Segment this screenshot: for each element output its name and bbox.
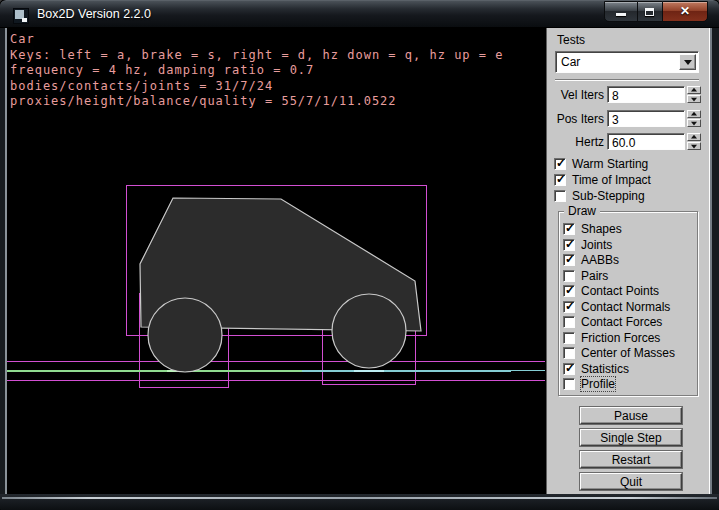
chevron-down-icon — [684, 60, 692, 65]
checkbox-friction-forces[interactable]: Friction Forces — [563, 331, 660, 345]
hud-line: Car — [10, 32, 503, 48]
arrow-up-icon — [691, 88, 697, 92]
checkbox-center-of-masses[interactable]: Center of Masses — [563, 346, 675, 360]
hud-line: Keys: left = a, brake = s, right = d, hz… — [10, 48, 503, 64]
checkbox-box[interactable] — [563, 301, 575, 313]
checkbox-sub-stepping[interactable]: Sub-Stepping — [554, 189, 645, 203]
checkbox-box[interactable] — [554, 158, 566, 170]
arrow-down-icon — [691, 145, 697, 149]
single-step-button[interactable]: Single Step — [580, 429, 682, 446]
hud-line: bodies/contacts/joints = 31/7/24 — [10, 79, 503, 95]
maximize-icon — [645, 8, 654, 16]
window-border-left — [0, 28, 7, 494]
maximize-button[interactable] — [638, 1, 662, 22]
vel-iters-input[interactable]: 8 — [607, 86, 685, 103]
spinner-up-button[interactable] — [687, 133, 701, 141]
checkbox-contact-normals[interactable]: Contact Normals — [563, 300, 670, 314]
vel-iters-stepper — [687, 86, 701, 103]
pause-button[interactable]: Pause — [580, 407, 682, 424]
checkbox-box[interactable] — [563, 363, 575, 375]
checkbox-box[interactable] — [563, 332, 575, 344]
checkbox-joints[interactable]: Joints — [563, 238, 612, 252]
checkbox-label: Joints — [581, 238, 612, 252]
debug-statistics-text: CarKeys: left = a, brake = s, right = d,… — [10, 32, 503, 110]
hud-line: proxies/height/balance/quality = 55/7/1/… — [10, 94, 503, 110]
checkbox-contact-forces[interactable]: Contact Forces — [563, 315, 662, 329]
close-icon — [663, 4, 707, 18]
spinner-down-button[interactable] — [687, 142, 701, 150]
tests-dropdown[interactable]: Car — [555, 51, 699, 73]
car-bodies — [140, 198, 421, 372]
hertz-stepper — [687, 133, 701, 150]
checkbox-contact-points[interactable]: Contact Points — [563, 284, 659, 298]
arrow-up-icon — [691, 112, 697, 116]
minimize-button[interactable] — [604, 1, 638, 22]
minimize-icon — [616, 13, 626, 16]
checkbox-pairs[interactable]: Pairs — [563, 269, 608, 283]
checkbox-box[interactable] — [563, 239, 575, 251]
dropdown-arrow-button[interactable] — [679, 54, 696, 70]
checkbox-label: Contact Normals — [581, 300, 670, 314]
checkbox-label: Shapes — [581, 222, 622, 236]
checkbox-label: Pairs — [581, 269, 608, 283]
checkbox-box[interactable] — [554, 190, 566, 202]
restart-button[interactable]: Restart — [580, 451, 682, 468]
checkbox-label: Sub-Stepping — [572, 189, 645, 203]
checkbox-warm-starting[interactable]: Warm Starting — [554, 157, 648, 171]
spinner-down-button[interactable] — [687, 95, 701, 103]
checkbox-box[interactable] — [563, 378, 575, 390]
checkbox-label: Profile — [581, 377, 615, 391]
spinner-down-button[interactable] — [687, 119, 701, 127]
checkbox-time-of-impact[interactable]: Time of Impact — [554, 173, 651, 187]
hud-line: frequency = 4 hz, damping ratio = 0.7 — [10, 63, 503, 79]
app-icon — [13, 8, 29, 24]
spinner-up-button[interactable] — [687, 110, 701, 118]
pos-iters-stepper — [687, 110, 701, 127]
arrow-down-icon — [691, 98, 697, 102]
pos-iters-row: Pos Iters 3 — [547, 110, 711, 127]
checkbox-box[interactable] — [563, 316, 575, 328]
checkbox-label: Warm Starting — [572, 157, 648, 171]
checkbox-box[interactable] — [563, 270, 575, 282]
checkbox-label: Contact Points — [581, 284, 659, 298]
checkbox-label: Center of Masses — [581, 346, 675, 360]
spinner-up-button[interactable] — [687, 86, 701, 94]
quit-button[interactable]: Quit — [580, 473, 682, 490]
window-border-bottom — [0, 494, 719, 510]
window-title: Box2D Version 2.2.0 — [37, 7, 151, 21]
window-border-right — [710, 28, 719, 494]
caption-buttons — [604, 1, 708, 22]
checkbox-box[interactable] — [563, 285, 575, 297]
tests-dropdown-value: Car — [561, 55, 580, 69]
pos-iters-input[interactable]: 3 — [607, 110, 685, 127]
checkbox-label: Time of Impact — [572, 173, 651, 187]
control-panel: Tests Car Vel Iters 8 Pos Iters 3 Hertz … — [546, 28, 710, 494]
checkbox-label: Friction Forces — [581, 331, 660, 345]
draw-group-title: Draw — [564, 204, 600, 218]
checkbox-label: Statistics — [581, 362, 629, 376]
titlebar[interactable]: Box2D Version 2.2.0 — [0, 0, 719, 28]
checkbox-statistics[interactable]: Statistics — [563, 362, 629, 376]
checkbox-box[interactable] — [563, 254, 575, 266]
box2d-testbed-window: Box2D Version 2.2.0 — [0, 0, 719, 510]
vel-iters-label: Vel Iters — [547, 88, 604, 102]
hertz-input[interactable]: 60.0 — [607, 133, 685, 150]
hertz-label: Hertz — [547, 135, 604, 149]
separator — [555, 79, 699, 81]
vel-iters-row: Vel Iters 8 — [547, 86, 711, 103]
tests-label: Tests — [557, 33, 585, 47]
simulation-canvas[interactable]: CarKeys: left = a, brake = s, right = d,… — [7, 28, 546, 494]
checkbox-box[interactable] — [563, 223, 575, 235]
checkbox-shapes[interactable]: Shapes — [563, 222, 622, 236]
checkbox-aabbs[interactable]: AABBs — [563, 253, 619, 267]
checkbox-label: AABBs — [581, 253, 619, 267]
checkbox-profile[interactable]: Profile — [563, 377, 615, 391]
arrow-up-icon — [691, 135, 697, 139]
hertz-row: Hertz 60.0 — [547, 133, 711, 150]
checkbox-label: Contact Forces — [581, 315, 662, 329]
checkbox-box[interactable] — [554, 174, 566, 186]
close-button[interactable] — [662, 1, 708, 22]
checkbox-box[interactable] — [563, 347, 575, 359]
arrow-down-icon — [691, 122, 697, 126]
pos-iters-label: Pos Iters — [547, 112, 604, 126]
